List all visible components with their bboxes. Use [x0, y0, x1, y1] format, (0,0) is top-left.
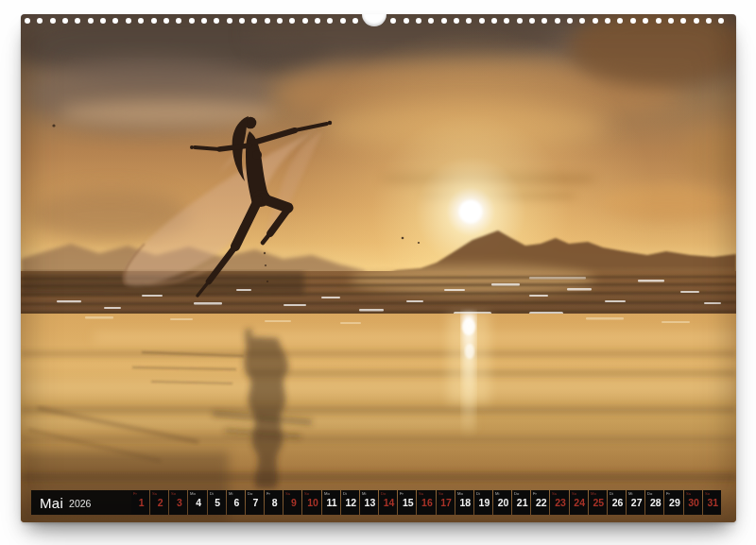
binding-hole	[529, 18, 535, 24]
day-weekday-label: Mi	[229, 491, 232, 495]
calendar-mockup: Mai 2026 Fr1Sa2So3Mo4Di5Mi6Do7Fr8Sa9So10…	[0, 0, 756, 545]
day-weekday-label: Do	[381, 491, 386, 495]
day-number: 9	[284, 497, 301, 508]
day-number: 8	[265, 497, 283, 508]
day-cell: Di12	[341, 490, 359, 515]
day-weekday-label: So	[171, 491, 176, 495]
day-weekday-label: Sa	[686, 491, 691, 495]
day-cell: Fr22	[531, 490, 549, 515]
binding-hole	[251, 18, 257, 24]
day-weekday-label: Fr	[133, 491, 137, 495]
day-cell: Do21	[512, 490, 530, 515]
day-weekday-label: Fr	[533, 491, 537, 495]
binding-hole	[151, 18, 157, 24]
day-number: 30	[684, 497, 702, 508]
day-weekday-label: Do	[514, 491, 519, 495]
scene-illustration	[21, 14, 736, 522]
binding-hole	[404, 18, 409, 24]
day-number: 17	[437, 497, 455, 508]
day-cell: Mi27	[627, 490, 644, 515]
horizon-glow	[350, 264, 595, 295]
day-cell: Sa23	[550, 490, 568, 515]
binding-hole	[37, 18, 43, 24]
binding-hole	[416, 18, 421, 24]
binding-hole	[62, 18, 68, 24]
day-number: 29	[664, 497, 682, 508]
day-weekday-label: Fr	[666, 491, 670, 495]
binding-hole	[126, 18, 131, 24]
day-weekday-label: Fr	[400, 491, 404, 495]
photo-may-sunset-beach: Mai 2026 Fr1Sa2So3Mo4Di5Mi6Do7Fr8Sa9So10…	[21, 14, 736, 522]
binding-hole	[327, 18, 333, 24]
day-weekday-label: Di	[210, 491, 214, 495]
binding-hole	[517, 18, 523, 24]
day-cell: Mi13	[360, 490, 378, 515]
binding-hole	[289, 18, 295, 24]
binding-hole	[479, 18, 485, 24]
binding-hole	[680, 18, 686, 24]
binding-hole	[541, 18, 547, 24]
day-cell: Fr8	[265, 490, 283, 515]
day-number: 26	[608, 497, 626, 508]
day-number: 1	[131, 497, 149, 508]
day-cell: Fr15	[398, 490, 416, 515]
day-number: 16	[417, 497, 435, 508]
binding-hole	[88, 18, 94, 24]
binding-hole	[706, 18, 712, 24]
day-number: 20	[493, 497, 511, 508]
binding-hole	[504, 18, 509, 24]
day-cell: So24	[570, 490, 588, 515]
binding-hole	[176, 18, 181, 24]
binding-hole	[454, 18, 459, 24]
day-number: 15	[398, 497, 416, 508]
calendar-page: Mai 2026 Fr1Sa2So3Mo4Di5Mi6Do7Fr8Sa9So10…	[21, 14, 736, 522]
binding-hole	[239, 18, 245, 24]
year-label: 2026	[69, 498, 91, 509]
day-weekday-label: So	[705, 491, 710, 495]
day-weekday-label: Sa	[552, 491, 557, 495]
day-weekday-label: Fr	[266, 491, 270, 495]
binding-hole	[617, 18, 623, 24]
day-weekday-label: Mo	[591, 491, 596, 495]
day-cell: So31	[703, 490, 721, 515]
day-number: 19	[474, 497, 492, 508]
binding-hole	[428, 18, 434, 24]
binding-hole	[593, 18, 598, 24]
day-number: 4	[188, 497, 206, 508]
binding-hole	[25, 18, 30, 24]
day-number: 2	[150, 497, 168, 508]
day-cell: Di5	[208, 490, 226, 515]
day-number: 10	[302, 497, 320, 508]
day-number: 31	[703, 497, 721, 508]
day-cell: Sa30	[684, 490, 702, 515]
binding-hole	[605, 18, 610, 24]
day-cell: Sa2	[150, 490, 168, 515]
day-weekday-label: Do	[647, 491, 652, 495]
day-cell: Di19	[474, 490, 492, 515]
day-cell: So3	[169, 490, 187, 515]
day-number: 27	[627, 497, 644, 508]
days-row: Fr1Sa2So3Mo4Di5Mi6Do7Fr8Sa9So10Mo11Di12M…	[131, 490, 721, 515]
day-cell: So17	[437, 490, 455, 515]
day-number: 11	[322, 497, 340, 508]
binding-hole	[163, 18, 169, 24]
binding-hole	[214, 18, 219, 24]
day-number: 14	[379, 497, 397, 508]
day-number: 12	[341, 497, 359, 508]
binding-hole	[75, 18, 80, 24]
binding-hole	[390, 18, 396, 24]
day-cell: Fr1	[131, 490, 149, 515]
binding-hole	[138, 18, 144, 24]
day-weekday-label: So	[304, 491, 309, 495]
binding-hole	[265, 18, 270, 24]
binding-hole	[50, 18, 56, 24]
binding-hole	[643, 18, 648, 24]
binding-hole	[718, 18, 724, 24]
day-number: 5	[208, 497, 226, 508]
day-cell: Mo4	[188, 490, 206, 515]
binding-hole	[277, 18, 283, 24]
day-weekday-label: Mi	[495, 491, 499, 495]
binding-hole	[694, 18, 699, 24]
day-cell: Do14	[379, 490, 397, 515]
binding-hole	[112, 18, 118, 24]
